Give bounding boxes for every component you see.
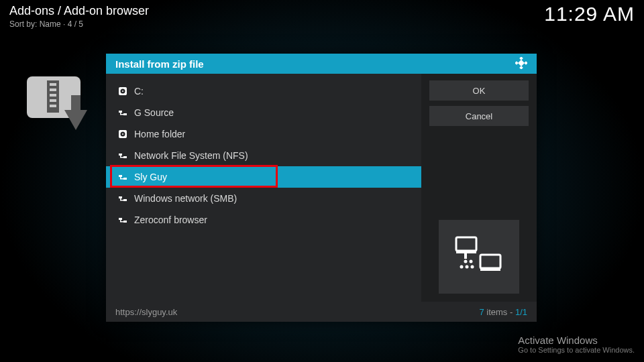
svg-rect-42 [480,255,500,268]
svg-rect-4 [50,94,56,97]
svg-rect-17 [119,111,122,113]
svg-rect-6 [50,105,56,107]
clock: 11:29 AM [544,3,635,25]
svg-rect-39 [120,221,124,223]
ok-button[interactable]: OK [429,80,529,101]
list-item[interactable]: Home folder [106,123,421,145]
activate-windows-watermark: Activate Windows Go to Settings to activ… [518,335,635,354]
breadcrumb: Add-ons / Add-on browser [9,4,149,18]
list-item-label: C: [134,86,144,97]
svg-rect-2 [50,83,56,86]
svg-rect-28 [119,175,122,177]
list-item[interactable]: G Source [106,102,421,123]
svg-rect-27 [120,157,124,158]
dialog-right-pane: OK Cancel [421,74,537,302]
list-item-label: Zeroconf browser [134,215,207,225]
network-icon [118,194,127,203]
list-item-label: Windows network (SMB) [134,193,237,204]
sort-by-line: Sort by: Name · 4 / 5 [9,19,149,29]
list-item-label: Home folder [134,129,185,139]
list-item[interactable]: Zeroconf browser [106,209,421,231]
header-area: Add-ons / Add-on browser Sort by: Name ·… [9,4,149,29]
drive-icon [118,86,127,96]
network-preview-icon [439,220,519,294]
svg-rect-5 [50,99,56,102]
list-item-label: Network File System (NFS) [134,150,248,161]
svg-rect-24 [119,154,122,156]
svg-rect-41 [456,251,476,253]
svg-point-46 [471,265,474,269]
watermark-title: Activate Windows [518,335,635,346]
kodi-logo-icon [515,57,527,71]
svg-point-45 [466,265,469,269]
list-item[interactable]: C: [106,80,421,102]
svg-rect-13 [518,60,525,66]
svg-point-47 [464,260,468,263]
svg-point-48 [470,260,473,263]
watermark-sub: Go to Settings to activate Windows. [518,346,635,354]
svg-rect-32 [119,196,122,198]
svg-rect-8 [71,95,80,114]
svg-rect-43 [480,268,500,271]
list-item-label: Sly Guy [134,172,167,182]
list-item-label: G Source [134,107,174,118]
footer-path: https://slyguy.uk [115,307,177,317]
dialog-header: Install from zip file [106,54,537,74]
drive-icon [118,129,127,139]
network-icon [118,172,127,182]
list-item[interactable]: Network File System (NFS) [106,145,421,166]
svg-rect-3 [50,88,56,91]
install-from-zip-dialog: Install from zip file C:G SourceHome fol… [106,54,537,322]
svg-rect-20 [120,114,124,115]
svg-rect-49 [464,253,467,259]
svg-rect-36 [119,218,122,220]
file-source-list[interactable]: C:G SourceHome folderNetwork File System… [106,74,421,302]
svg-rect-35 [120,200,124,201]
svg-point-44 [460,265,464,269]
dialog-footer: https://slyguy.uk 7 items - 1/1 [106,302,537,322]
svg-rect-31 [120,178,124,180]
footer-count: 7 items - 1/1 [479,307,527,317]
cancel-button[interactable]: Cancel [429,106,529,126]
svg-point-23 [122,133,123,135]
list-item[interactable]: Windows network (SMB) [106,188,421,209]
network-icon [118,108,127,117]
svg-rect-40 [456,237,476,251]
network-icon [118,151,127,160]
list-item[interactable]: Sly Guy [106,166,421,188]
zip-download-icon [27,76,101,137]
svg-point-16 [122,90,123,92]
dialog-title: Install from zip file [115,58,204,70]
network-icon [118,215,127,225]
